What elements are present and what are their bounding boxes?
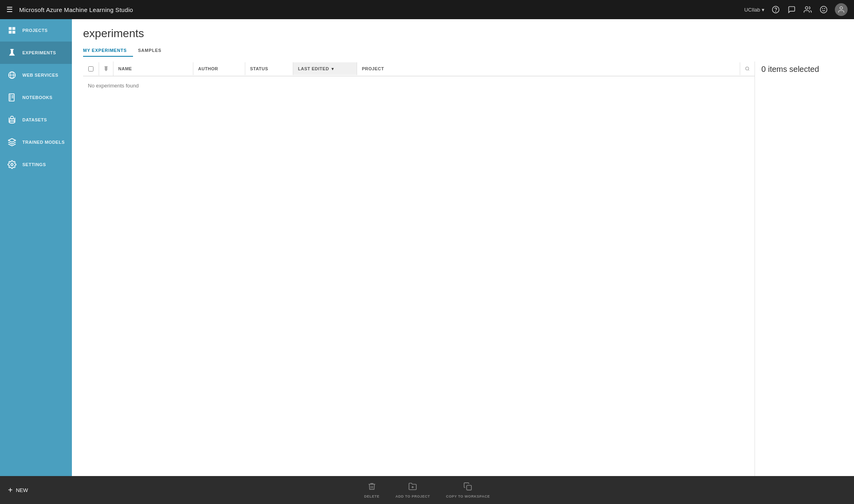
checkbox-column-header bbox=[83, 62, 99, 75]
status-column-header[interactable]: STATUS bbox=[245, 62, 293, 75]
feedback-icon[interactable] bbox=[787, 5, 796, 14]
search-column-header[interactable] bbox=[740, 62, 755, 75]
select-all-checkbox[interactable] bbox=[88, 66, 93, 71]
svg-point-21 bbox=[11, 163, 13, 166]
name-column-header[interactable]: NAME bbox=[113, 62, 193, 75]
sidebar-item-notebooks-label: NOTEBOOKS bbox=[22, 95, 52, 100]
user-label: UCIlab bbox=[744, 7, 760, 13]
delete-icon bbox=[367, 482, 376, 493]
table-header: NAME AUTHOR STATUS LAST EDITED ▼ PROJECT bbox=[83, 62, 755, 76]
svg-rect-26 bbox=[467, 485, 472, 490]
sidebar-item-trained-models[interactable]: TRAINED MODELS bbox=[0, 131, 72, 153]
delete-label: DELETE bbox=[364, 494, 380, 498]
svg-point-1 bbox=[776, 11, 776, 12]
tabs: MY EXPERIMENTS SAMPLES bbox=[83, 45, 843, 57]
svg-point-17 bbox=[9, 121, 15, 123]
help-icon[interactable] bbox=[771, 5, 781, 14]
bottom-bar: + NEW DELETE ADD TO PR bbox=[0, 476, 854, 504]
sidebar-item-web-services[interactable]: WEB SERVICES bbox=[0, 64, 72, 86]
sidebar-item-experiments[interactable]: EXPERIMENTS bbox=[0, 42, 72, 64]
add-to-project-action[interactable]: ADD TO PROJECT bbox=[395, 482, 430, 498]
sidebar-item-datasets[interactable]: DATASETS bbox=[0, 109, 72, 131]
new-button[interactable]: + NEW bbox=[0, 476, 36, 504]
table-body: No experiments found bbox=[83, 76, 755, 476]
items-selected-text: 0 items selected bbox=[761, 65, 836, 74]
icon-column-header bbox=[99, 62, 113, 76]
copy-to-workspace-icon bbox=[463, 482, 472, 493]
sidebar-item-datasets-label: DATASETS bbox=[22, 117, 47, 122]
tab-my-experiments[interactable]: MY EXPERIMENTS bbox=[83, 45, 133, 57]
tab-samples[interactable]: SAMPLES bbox=[138, 45, 168, 57]
content-area: experiments MY EXPERIMENTS SAMPLES bbox=[72, 19, 854, 476]
table-area: NAME AUTHOR STATUS LAST EDITED ▼ PROJECT bbox=[72, 57, 854, 476]
new-label: NEW bbox=[16, 487, 28, 493]
last-edited-label: LAST EDITED bbox=[298, 66, 329, 71]
svg-line-23 bbox=[748, 69, 749, 70]
settings-icon bbox=[6, 159, 18, 170]
projects-icon bbox=[6, 25, 18, 36]
avatar[interactable] bbox=[835, 3, 848, 16]
last-edited-column-header[interactable]: LAST EDITED ▼ bbox=[293, 62, 357, 75]
selected-count: 0 bbox=[761, 65, 766, 73]
sidebar-item-projects[interactable]: PROJECTS bbox=[0, 19, 72, 42]
new-plus-icon: + bbox=[8, 486, 13, 495]
svg-point-2 bbox=[805, 7, 808, 10]
author-column-header[interactable]: AUTHOR bbox=[193, 62, 245, 75]
hamburger-icon[interactable]: ☰ bbox=[6, 5, 13, 14]
delete-action[interactable]: DELETE bbox=[364, 482, 380, 498]
project-column-header[interactable]: PROJECT bbox=[357, 62, 740, 75]
sidebar-item-trained-models-label: TRAINED MODELS bbox=[22, 140, 65, 145]
user-menu[interactable]: UCIlab ▾ bbox=[744, 7, 765, 13]
svg-point-22 bbox=[746, 67, 749, 70]
svg-point-6 bbox=[840, 7, 843, 10]
trained-models-icon bbox=[6, 137, 18, 148]
copy-to-workspace-action[interactable]: COPY TO WORKSPACE bbox=[446, 482, 490, 498]
notebooks-icon bbox=[6, 92, 18, 103]
no-results-message: No experiments found bbox=[88, 83, 139, 89]
bottom-actions: DELETE ADD TO PROJECT COPY TO WORKSPACE bbox=[0, 482, 854, 498]
sort-arrow-icon: ▼ bbox=[331, 67, 335, 71]
sidebar-item-settings-label: SETTINGS bbox=[22, 162, 46, 167]
svg-point-3 bbox=[820, 6, 827, 13]
selected-label: items selected bbox=[768, 65, 819, 73]
experiments-table: NAME AUTHOR STATUS LAST EDITED ▼ PROJECT bbox=[83, 62, 755, 476]
content-header: experiments MY EXPERIMENTS SAMPLES bbox=[72, 19, 854, 57]
topnav-right: UCIlab ▾ bbox=[744, 3, 848, 16]
sidebar: PROJECTS EXPERIMENTS WEB SERVICES bbox=[0, 19, 72, 476]
sidebar-item-settings[interactable]: SETTINGS bbox=[0, 153, 72, 176]
sidebar-item-projects-label: PROJECTS bbox=[22, 28, 48, 33]
emoji-icon[interactable] bbox=[819, 5, 828, 14]
sidebar-item-notebooks[interactable]: NOTEBOOKS bbox=[0, 86, 72, 109]
sidebar-item-experiments-label: EXPERIMENTS bbox=[22, 50, 56, 55]
experiments-icon bbox=[6, 47, 18, 58]
add-to-project-label: ADD TO PROJECT bbox=[395, 494, 430, 498]
web-services-icon bbox=[6, 69, 18, 81]
top-navbar: ☰ Microsoft Azure Machine Learning Studi… bbox=[0, 0, 854, 19]
page-title: experiments bbox=[83, 27, 843, 40]
datasets-icon bbox=[6, 114, 18, 125]
user-dropdown-icon: ▾ bbox=[762, 7, 765, 13]
community-icon[interactable] bbox=[803, 5, 812, 14]
copy-to-workspace-label: COPY TO WORKSPACE bbox=[446, 494, 490, 498]
svg-rect-7 bbox=[10, 49, 14, 50]
app-title: Microsoft Azure Machine Learning Studio bbox=[19, 6, 738, 13]
add-to-project-icon bbox=[408, 482, 417, 493]
sidebar-item-web-services-label: WEB SERVICES bbox=[22, 73, 58, 77]
right-panel: 0 items selected bbox=[755, 57, 843, 476]
main-layout: PROJECTS EXPERIMENTS WEB SERVICES bbox=[0, 19, 854, 476]
svg-rect-12 bbox=[10, 95, 11, 101]
